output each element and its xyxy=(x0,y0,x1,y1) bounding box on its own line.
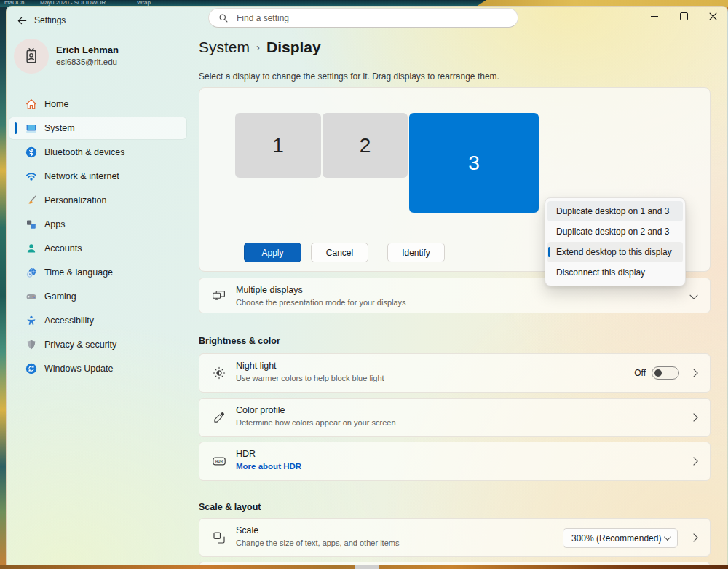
windows-update-icon xyxy=(25,363,37,374)
page-subtitle: Select a display to change the settings … xyxy=(199,71,499,82)
app-title: Settings xyxy=(34,15,66,25)
chevron-right-icon[interactable] xyxy=(689,413,697,421)
settings-window: Settings Erich Lehman esl6835@rit. xyxy=(6,6,728,565)
monitor-3-selected[interactable]: 3 xyxy=(409,113,539,213)
personalization-icon xyxy=(25,195,37,206)
sidebar-item-accessibility[interactable]: Accessibility xyxy=(9,310,186,331)
search-icon xyxy=(218,13,229,23)
row-subtitle: Choose the presentation mode for your di… xyxy=(236,298,406,307)
row-subtitle: Change the size of text, apps, and other… xyxy=(236,538,399,547)
sidebar-item-label: Privacy & security xyxy=(44,340,116,350)
hdr-icon: HDR xyxy=(212,454,226,468)
background-window-title: Wrap xyxy=(137,0,151,6)
cancel-button[interactable]: Cancel xyxy=(311,243,368,262)
menu-item-duplicate-desktop-on-1-and-3[interactable]: Duplicate desktop on 1 and 3 xyxy=(547,201,683,221)
screen: maOCh Mayu 2020 - SOLIDWOR... Wrap Setti… xyxy=(0,0,728,569)
sidebar-item-apps[interactable]: Apps xyxy=(9,213,186,235)
night-light-toggle[interactable] xyxy=(652,366,679,380)
time-language-icon xyxy=(25,267,37,278)
more-about-hdr-link[interactable]: More about HDR xyxy=(236,462,301,471)
breadcrumb-separator-icon: › xyxy=(256,41,260,53)
selection-indicator xyxy=(548,247,550,257)
breadcrumb-parent[interactable]: System xyxy=(199,39,250,55)
sidebar-item-bluetooth-devices[interactable]: Bluetooth & devices xyxy=(9,141,186,163)
menu-item-extend-desktop-to-this-display[interactable]: Extend desktop to this display xyxy=(547,242,683,262)
sidebar-item-windows-update[interactable]: Windows Update xyxy=(9,358,186,380)
breadcrumb: System›Display xyxy=(199,39,321,56)
monitor-2[interactable]: 2 xyxy=(323,113,408,178)
scale-icon xyxy=(212,530,226,545)
sidebar-item-personalization[interactable]: Personalization xyxy=(9,189,186,211)
night-light-icon xyxy=(212,366,226,380)
arrow-left-icon xyxy=(17,15,28,26)
profile-email: esl6835@rit.edu xyxy=(56,58,117,66)
row-title: Scale xyxy=(236,525,258,535)
avatar[interactable] xyxy=(14,39,49,74)
sidebar-item-label: Home xyxy=(44,99,68,109)
apply-button[interactable]: Apply xyxy=(244,243,301,262)
sidebar-item-label: Time & language xyxy=(44,267,113,278)
toggle-knob xyxy=(654,369,662,377)
sidebar-item-time-language[interactable]: Time & language xyxy=(9,262,186,283)
apps-icon xyxy=(25,219,37,230)
back-button[interactable] xyxy=(12,12,31,29)
close-button[interactable] xyxy=(698,7,727,25)
background-window-title: maOCh xyxy=(4,0,25,6)
accounts-icon xyxy=(25,243,37,254)
color-profile-row[interactable]: Color profile Determine how colors appea… xyxy=(199,398,711,437)
display-mode-menu: Duplicate desktop on 1 and 3Duplicate de… xyxy=(545,197,686,286)
network-icon xyxy=(25,170,37,182)
page-title: Display xyxy=(266,39,321,55)
gaming-icon xyxy=(25,291,37,302)
scale-dropdown-value: 300% (Recommended) xyxy=(571,533,661,544)
sidebar-item-accounts[interactable]: Accounts xyxy=(9,238,186,259)
identify-button[interactable]: Identify xyxy=(387,243,445,262)
chevron-right-icon[interactable] xyxy=(689,369,697,377)
row-subtitle: Use warmer colors to help block blue lig… xyxy=(236,374,384,382)
sidebar-item-network-internet[interactable]: Network & internet xyxy=(9,165,186,187)
row-title: Color profile xyxy=(236,405,285,415)
sidebar-item-gaming[interactable]: Gaming xyxy=(9,286,186,307)
sidebar-item-privacy-security[interactable]: Privacy & security xyxy=(9,334,186,356)
sidebar-item-label: Apps xyxy=(44,219,66,229)
scale-dropdown[interactable]: 300% (Recommended) xyxy=(563,528,678,548)
sidebar-item-system[interactable]: System xyxy=(9,117,186,139)
sidebar-item-label: Network & internet xyxy=(44,171,119,181)
sidebar-item-home[interactable]: Home xyxy=(9,93,186,115)
search-box[interactable] xyxy=(208,8,518,28)
privacy-icon xyxy=(25,339,37,350)
row-title: Night light xyxy=(236,361,277,371)
menu-item-label: Duplicate desktop on 1 and 3 xyxy=(556,206,669,216)
sidebar-item-label: Accessibility xyxy=(44,315,94,326)
next-row-partial xyxy=(199,562,711,565)
selection-indicator xyxy=(15,122,17,134)
row-title: Multiple displays xyxy=(236,285,303,295)
close-icon xyxy=(709,12,717,20)
section-header-scale-layout: Scale & layout xyxy=(199,502,261,512)
maximize-icon xyxy=(680,12,688,20)
night-light-row[interactable]: Night light Use warmer colors to help bl… xyxy=(199,353,711,393)
toggle-state-label: Off xyxy=(634,368,646,378)
chevron-down-icon[interactable] xyxy=(689,291,697,299)
chevron-right-icon[interactable] xyxy=(689,533,697,541)
menu-item-disconnect-this-display[interactable]: Disconnect this display xyxy=(547,262,683,283)
sidebar-item-label: Bluetooth & devices xyxy=(44,147,125,157)
maximize-button[interactable] xyxy=(669,7,698,25)
menu-item-duplicate-desktop-on-2-and-3[interactable]: Duplicate desktop on 2 and 3 xyxy=(547,221,683,242)
menu-item-label: Disconnect this display xyxy=(556,267,645,278)
monitor-1[interactable]: 1 xyxy=(235,113,321,178)
menu-item-label: Extend desktop to this display xyxy=(556,247,672,257)
svg-text:HDR: HDR xyxy=(215,460,223,463)
section-header-brightness: Brightness & color xyxy=(199,336,280,346)
hdr-row[interactable]: HDR HDR More about HDR xyxy=(199,442,711,481)
scale-row[interactable]: Scale Change the size of text, apps, and… xyxy=(199,518,711,557)
accessibility-icon xyxy=(25,315,37,326)
sidebar-item-label: System xyxy=(44,123,75,133)
sidebar-item-label: Personalization xyxy=(44,195,106,205)
chevron-down-icon xyxy=(664,533,671,541)
bluetooth-icon xyxy=(25,146,37,158)
chevron-right-icon[interactable] xyxy=(689,457,697,465)
minimize-button[interactable] xyxy=(640,7,669,25)
search-input[interactable] xyxy=(235,12,478,24)
system-icon xyxy=(25,122,37,134)
